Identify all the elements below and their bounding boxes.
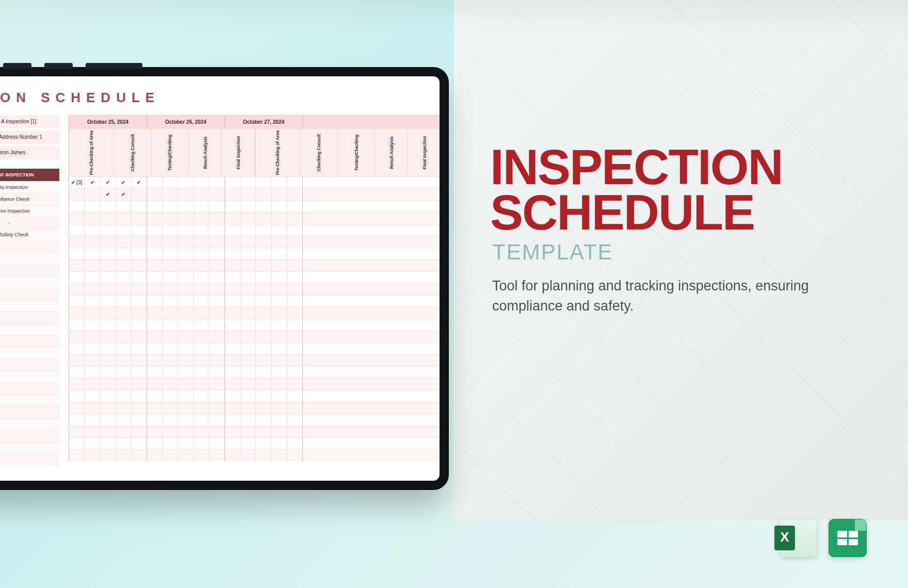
calendar-cell bbox=[271, 367, 287, 378]
calendar-cell bbox=[287, 177, 302, 188]
calendar-cell bbox=[240, 260, 255, 271]
calendar-cell bbox=[209, 201, 224, 212]
calendar-cell bbox=[255, 331, 271, 342]
calendar-cell bbox=[162, 260, 177, 271]
calendar-cell bbox=[100, 450, 115, 461]
slot-header: Final Inspection bbox=[408, 129, 440, 176]
calendar-cell bbox=[209, 296, 224, 307]
calendar-cell bbox=[193, 284, 209, 295]
calendar-cell bbox=[177, 260, 193, 271]
calendar-cell bbox=[225, 307, 240, 319]
calendar-cell bbox=[116, 355, 131, 366]
calendar-cell bbox=[131, 224, 147, 236]
calendar-cell bbox=[116, 426, 131, 437]
calendar-cell bbox=[240, 426, 255, 437]
calendar-cell bbox=[69, 355, 84, 366]
calendar-cell bbox=[69, 201, 84, 212]
calendar-cell bbox=[131, 272, 147, 283]
calendar-cell bbox=[131, 331, 147, 342]
calendar-cell bbox=[100, 390, 115, 402]
calendar-cell bbox=[177, 343, 193, 354]
calendar-cell bbox=[177, 438, 193, 449]
calendar-cell bbox=[225, 189, 240, 200]
calendar-cell bbox=[162, 414, 177, 426]
calendar-cell bbox=[116, 319, 131, 331]
calendar-cell bbox=[193, 390, 209, 402]
calendar-cell bbox=[271, 331, 287, 342]
calendar-cell bbox=[162, 402, 177, 414]
calendar-cell: ✔ bbox=[84, 177, 100, 188]
table-row: .. bbox=[0, 454, 59, 466]
calendar-row bbox=[69, 426, 440, 437]
calendar-cell bbox=[177, 224, 193, 236]
calendar-cell bbox=[116, 224, 131, 236]
table-row: .. bbox=[0, 276, 59, 288]
calendar-cell bbox=[271, 343, 287, 354]
slot-header: Testing/Checking bbox=[151, 129, 188, 176]
calendar-cell bbox=[271, 319, 287, 331]
calendar-cell bbox=[84, 390, 100, 402]
calendar-cell bbox=[255, 450, 271, 461]
table-row: .. bbox=[0, 430, 59, 442]
calendar-cell bbox=[131, 438, 147, 449]
calendar-cell bbox=[287, 307, 302, 319]
calendar-cell bbox=[225, 379, 240, 390]
calendar-cell bbox=[69, 343, 84, 354]
calendar-cell bbox=[225, 260, 240, 271]
calendar-cell bbox=[131, 343, 147, 354]
calendar-cell bbox=[69, 260, 84, 271]
calendar-row bbox=[69, 449, 440, 461]
table-row: .. bbox=[0, 323, 59, 335]
calendar-cell bbox=[193, 319, 209, 331]
sheet-title: INSPECTION SCHEDULE bbox=[0, 90, 428, 106]
table-row: .. bbox=[0, 442, 59, 454]
calendar-cell bbox=[147, 367, 162, 378]
calendar-cell bbox=[116, 201, 131, 212]
calendar-cell bbox=[271, 248, 287, 259]
calendar-cell bbox=[240, 213, 255, 224]
calendar-cell bbox=[225, 390, 240, 402]
calendar-cell bbox=[162, 272, 177, 283]
calendar-cell bbox=[162, 390, 177, 402]
calendar-cell bbox=[116, 272, 131, 283]
calendar-cell bbox=[240, 307, 255, 319]
calendar-cell bbox=[287, 213, 302, 224]
calendar-cell bbox=[100, 319, 115, 331]
calendar-cell bbox=[162, 367, 177, 378]
calendar-cell bbox=[255, 355, 271, 366]
calendar-cell bbox=[287, 284, 302, 295]
calendar-cell bbox=[84, 201, 100, 212]
calendar-cell: ✔ bbox=[131, 177, 147, 188]
calendar-cell bbox=[287, 201, 302, 212]
calendar-cell: ✔ bbox=[116, 189, 131, 200]
table-row: .. bbox=[0, 347, 59, 359]
calendar-cell bbox=[287, 331, 302, 342]
calendar-cell bbox=[209, 319, 224, 331]
calendar-cell bbox=[255, 402, 271, 414]
calendar-cell bbox=[84, 213, 100, 224]
calendar-cell bbox=[131, 284, 147, 295]
calendar-row bbox=[69, 414, 440, 426]
calendar-cell bbox=[147, 189, 162, 200]
table-row: Electrical RoomCompliance Check bbox=[0, 193, 59, 205]
calendar-cell bbox=[193, 307, 209, 319]
calendar-cell bbox=[147, 379, 162, 390]
calendar-cell bbox=[240, 248, 255, 259]
calendar-cell bbox=[271, 260, 287, 271]
table-row: Break RoomHygiene Inspection bbox=[0, 205, 59, 217]
slot-header: Pre-Checking of Area bbox=[255, 129, 300, 176]
calendar-cell bbox=[193, 224, 209, 236]
calendar-cell bbox=[209, 426, 224, 437]
calendar-cell bbox=[209, 379, 224, 390]
calendar-cell bbox=[271, 390, 287, 402]
calendar-row bbox=[69, 271, 440, 283]
calendar-cell bbox=[287, 402, 302, 414]
calendar-cell bbox=[209, 307, 224, 319]
calendar-cell bbox=[255, 307, 271, 319]
slot-header: Checking Consult bbox=[113, 129, 151, 176]
calendar-cell bbox=[147, 248, 162, 259]
calendar-cell bbox=[225, 438, 240, 449]
calendar-cell bbox=[255, 260, 271, 271]
calendar-cell bbox=[84, 296, 100, 307]
calendar-cell bbox=[100, 260, 115, 271]
